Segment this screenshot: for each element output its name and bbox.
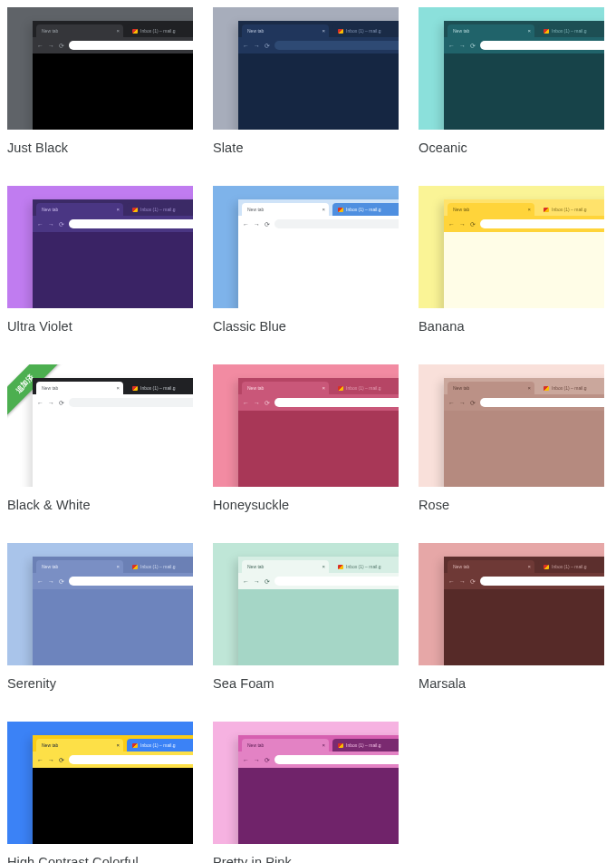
toolbar: ←→⟳	[238, 37, 399, 53]
theme-thumbnail[interactable]: New tab×Inbox (1) – mail.g←→⟳	[213, 722, 399, 844]
reload-icon: ⟳	[470, 43, 476, 49]
forward-icon: →	[48, 221, 54, 228]
theme-card[interactable]: New tab×Inbox (1) – mail.g←→⟳Serenity	[7, 543, 193, 691]
background-tab-label: Inbox (1) – mail.g	[140, 742, 176, 748]
active-tab: New tab×	[36, 560, 123, 573]
theme-thumbnail[interactable]: New tab×Inbox (1) – mail.g←→⟳	[213, 186, 399, 308]
theme-thumbnail[interactable]: New tab×Inbox (1) – mail.g←→⟳	[419, 186, 604, 308]
gmail-icon	[544, 29, 549, 34]
omnibox	[480, 577, 604, 586]
gmail-icon	[132, 386, 138, 391]
background-tab: Inbox (1) – mail.g	[332, 560, 399, 573]
toolbar: ←→⟳	[444, 573, 604, 589]
theme-card[interactable]: New tab×Inbox (1) – mail.g←→⟳Banana	[419, 186, 604, 334]
theme-card[interactable]: 追加済New tab×Inbox (1) – mail.g←→⟳Black & …	[7, 364, 193, 512]
theme-thumbnail[interactable]: New tab×Inbox (1) – mail.g←→⟳	[419, 364, 604, 487]
theme-card[interactable]: New tab×Inbox (1) – mail.g←→⟳Sea Foam	[213, 543, 399, 691]
reload-icon: ⟳	[265, 400, 270, 406]
browser-preview: New tab×Inbox (1) – mail.g←→⟳	[444, 199, 604, 308]
reload-icon: ⟳	[59, 43, 64, 49]
theme-thumbnail[interactable]: 追加済New tab×Inbox (1) – mail.g←→⟳	[7, 364, 193, 487]
background-tab-label: Inbox (1) – mail.g	[346, 564, 381, 569]
back-icon: ←	[448, 578, 455, 585]
background-tab-label: Inbox (1) – mail.g	[346, 742, 381, 748]
page-area	[238, 53, 399, 130]
theme-thumbnail[interactable]: New tab×Inbox (1) – mail.g←→⟳	[7, 186, 193, 308]
back-icon: ←	[448, 221, 455, 228]
theme-thumbnail[interactable]: New tab×Inbox (1) – mail.g←→⟳	[7, 722, 193, 844]
theme-title: Black & White	[7, 498, 193, 512]
theme-card[interactable]: New tab×Inbox (1) – mail.g←→⟳Slate	[213, 7, 399, 155]
toolbar: ←→⟳	[444, 394, 604, 411]
active-tab-label: New tab	[42, 207, 58, 212]
background-tab: Inbox (1) – mail.g	[127, 739, 193, 751]
reload-icon: ⟳	[59, 221, 64, 228]
page-area	[238, 411, 399, 487]
browser-preview: New tab×Inbox (1) – mail.g←→⟳	[444, 21, 604, 130]
theme-card[interactable]: New tab×Inbox (1) – mail.g←→⟳Pretty in P…	[213, 722, 399, 863]
reload-icon: ⟳	[59, 578, 64, 585]
toolbar: ←→⟳	[238, 751, 399, 768]
theme-card[interactable]: New tab×Inbox (1) – mail.g←→⟳Marsala	[419, 543, 604, 691]
theme-title: Slate	[213, 141, 399, 155]
active-tab: New tab×	[242, 739, 329, 751]
theme-card[interactable]: New tab×Inbox (1) – mail.g←→⟳Just Black	[7, 7, 193, 155]
theme-thumbnail[interactable]: New tab×Inbox (1) – mail.g←→⟳	[213, 364, 399, 487]
omnibox	[480, 398, 604, 407]
toolbar: ←→⟳	[238, 216, 399, 232]
close-icon: ×	[116, 742, 120, 748]
background-tab-label: Inbox (1) – mail.g	[140, 564, 176, 569]
theme-thumbnail[interactable]: New tab×Inbox (1) – mail.g←→⟳	[213, 543, 399, 665]
gmail-icon	[544, 208, 549, 212]
active-tab-label: New tab	[453, 207, 469, 212]
theme-thumbnail[interactable]: New tab×Inbox (1) – mail.g←→⟳	[213, 7, 399, 130]
theme-thumbnail[interactable]: New tab×Inbox (1) – mail.g←→⟳	[419, 7, 604, 130]
background-tab: Inbox (1) – mail.g	[332, 203, 399, 216]
theme-title: High Contrast Colorful	[7, 855, 193, 863]
tab-strip: New tab×Inbox (1) – mail.g	[33, 199, 193, 216]
active-tab: New tab×	[242, 24, 329, 37]
theme-title: Sea Foam	[213, 676, 399, 691]
toolbar: ←→⟳	[33, 394, 193, 411]
forward-icon: →	[254, 400, 260, 406]
active-tab: New tab×	[36, 203, 123, 216]
background-tab: Inbox (1) – mail.g	[538, 203, 604, 216]
forward-icon: →	[48, 400, 54, 406]
theme-thumbnail[interactable]: New tab×Inbox (1) – mail.g←→⟳	[419, 543, 604, 665]
close-icon: ×	[322, 207, 325, 212]
forward-icon: →	[459, 221, 466, 228]
active-tab: New tab×	[36, 739, 123, 751]
theme-card[interactable]: New tab×Inbox (1) – mail.g←→⟳Rose	[419, 364, 604, 512]
theme-thumbnail[interactable]: New tab×Inbox (1) – mail.g←→⟳	[7, 543, 193, 665]
forward-icon: →	[459, 43, 466, 49]
close-icon: ×	[322, 385, 325, 391]
active-tab: New tab×	[448, 24, 534, 37]
theme-card[interactable]: New tab×Inbox (1) – mail.g←→⟳Ultra Viole…	[7, 186, 193, 334]
background-tab: Inbox (1) – mail.g	[127, 382, 193, 394]
browser-preview: New tab×Inbox (1) – mail.g←→⟳	[33, 21, 193, 130]
page-area	[444, 53, 604, 130]
gmail-icon	[544, 386, 549, 391]
theme-card[interactable]: New tab×Inbox (1) – mail.g←→⟳High Contra…	[7, 722, 193, 863]
gmail-icon	[338, 743, 343, 748]
background-tab-label: Inbox (1) – mail.g	[140, 28, 176, 34]
theme-title: Oceanic	[419, 141, 604, 155]
close-icon: ×	[116, 385, 120, 391]
back-icon: ←	[37, 221, 43, 228]
active-tab: New tab×	[242, 382, 329, 394]
theme-card[interactable]: New tab×Inbox (1) – mail.g←→⟳Classic Blu…	[213, 186, 399, 334]
omnibox	[480, 219, 604, 228]
close-icon: ×	[322, 742, 325, 748]
close-icon: ×	[527, 564, 531, 569]
theme-title: Rose	[419, 498, 604, 512]
omnibox	[69, 398, 193, 407]
theme-thumbnail[interactable]: New tab×Inbox (1) – mail.g←→⟳	[7, 7, 193, 130]
toolbar: ←→⟳	[33, 216, 193, 232]
browser-preview: New tab×Inbox (1) – mail.g←→⟳	[238, 199, 399, 308]
theme-card[interactable]: New tab×Inbox (1) – mail.g←→⟳Oceanic	[419, 7, 604, 155]
back-icon: ←	[37, 400, 43, 406]
theme-card[interactable]: New tab×Inbox (1) – mail.g←→⟳Honeysuckle	[213, 364, 399, 512]
browser-preview: New tab×Inbox (1) – mail.g←→⟳	[238, 21, 399, 130]
background-tab: Inbox (1) – mail.g	[332, 739, 399, 751]
page-area	[238, 232, 399, 308]
